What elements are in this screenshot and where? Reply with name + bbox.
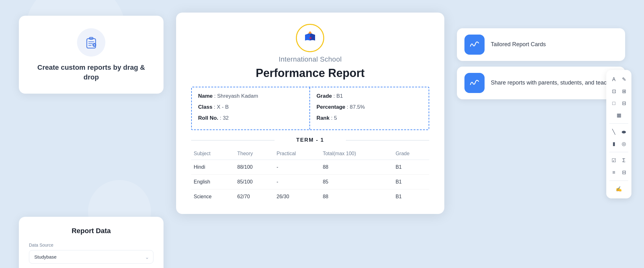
edit-tool[interactable]: ✎: [619, 74, 628, 84]
term-header: TERM - 1: [191, 137, 429, 143]
shape-tool[interactable]: ⬬: [619, 127, 628, 137]
image-tool[interactable]: ⊡: [609, 86, 618, 96]
table-cell: 88: [320, 160, 393, 174]
student-name-row: Name : Shreyash Kadam: [198, 92, 303, 100]
table-cell: 62/70: [235, 189, 274, 204]
toolbar-row-9: ✍: [609, 184, 628, 194]
percentage-value: : 87.5%: [347, 104, 365, 110]
data-source-select-wrapper: Studybase EduBase SchoolDB ⌄: [29, 250, 153, 264]
toolbar-row-5: ╲ ⬬: [609, 127, 628, 137]
rank-value: : 5: [331, 115, 337, 121]
toolbar-row-6: ▮ ◎: [609, 139, 628, 149]
class-label: Class: [198, 104, 212, 110]
square-tool[interactable]: □: [609, 98, 618, 108]
grade-row: Grade : B1: [316, 92, 422, 100]
text-tool[interactable]: A: [609, 74, 618, 84]
chart-wave-icon: [469, 39, 480, 50]
table-cell: -: [274, 174, 320, 189]
table-cell: B1: [393, 189, 429, 204]
grid-tool[interactable]: ⊟: [619, 98, 628, 108]
table-cell: 85/100: [235, 174, 274, 189]
data-source-label: Data Source: [29, 243, 153, 248]
toolbar-row-1: A ✎: [609, 74, 628, 84]
table-row: English85/100-85B1: [191, 174, 429, 189]
toolbar-divider-3: [609, 180, 628, 181]
donut-chart-tool[interactable]: ◎: [619, 139, 628, 149]
table-cell: English: [191, 174, 235, 189]
print-tool[interactable]: ⊟: [619, 167, 628, 177]
checkbox-tool[interactable]: ☑: [609, 155, 618, 165]
tailored-feature-text: Tailored Report Cards: [491, 41, 546, 48]
table-cell: 26/30: [274, 189, 320, 204]
student-info-grid: Name : Shreyash Kadam Class : X - B Roll…: [191, 87, 429, 130]
center-report: International School Performance Report …: [176, 13, 444, 214]
roll-label: Roll No.: [198, 115, 218, 121]
clipboard-icon-wrap: [77, 28, 105, 57]
list-tool[interactable]: ≡: [609, 167, 618, 177]
feature-card-tailored: Tailored Report Cards: [457, 28, 625, 61]
table-row: Science62/7026/3088B1: [191, 189, 429, 204]
right-panels: Tailored Report Cards Share reports with…: [457, 28, 625, 99]
share-icon-btn[interactable]: [464, 73, 485, 93]
data-source-select[interactable]: Studybase EduBase SchoolDB: [29, 250, 153, 264]
table-cell: Science: [191, 189, 235, 204]
rank-row: Rank : 5: [316, 114, 422, 122]
name-value: : Shreyash Kadam: [214, 93, 258, 99]
toolbar-row-2: ⊡ ⊞: [609, 86, 628, 96]
table-cell: B1: [393, 174, 429, 189]
toolbar-row-7: ☑ Σ: [609, 155, 628, 165]
student-roll-row: Roll No. : 32: [198, 114, 303, 122]
student-info-left: Name : Shreyash Kadam Class : X - B Roll…: [192, 87, 310, 129]
table-header-row: Subject Theory Practical Total(max 100) …: [191, 148, 429, 160]
feature-card-share: Share reports with parents, students, an…: [457, 67, 625, 99]
school-logo-svg: [301, 29, 319, 47]
signature-tool[interactable]: ✍: [614, 184, 624, 194]
data-source-group: Data Source Studybase EduBase SchoolDB ⌄: [29, 243, 153, 264]
percentage-label: Percentage: [316, 104, 345, 110]
rank-label: Rank: [316, 115, 330, 121]
drag-drop-text: Create custom reports by drag & drop: [30, 63, 152, 82]
promo-card: Create custom reports by drag & drop: [19, 16, 164, 94]
school-logo: International School: [191, 24, 429, 63]
col-practical: Practical: [274, 148, 320, 160]
table-cell: 85: [320, 174, 393, 189]
col-theory: Theory: [235, 148, 274, 160]
clipboard-report-icon: [84, 36, 98, 49]
name-label: Name: [198, 93, 213, 99]
toolbar: A ✎ ⊡ ⊞ □ ⊟ ▦ ╲ ⬬ ▮ ◎ ☑ Σ ≡ ⊟ ✍: [606, 70, 631, 198]
report-data-title: Report Data: [29, 227, 153, 235]
percentage-row: Percentage : 87.5%: [316, 103, 422, 111]
toolbar-divider-2: [609, 152, 628, 152]
share-feature-text: Share reports with parents, students, an…: [491, 79, 618, 87]
results-table: Subject Theory Practical Total(max 100) …: [191, 148, 429, 204]
col-grade: Grade: [393, 148, 429, 160]
col-total: Total(max 100): [320, 148, 393, 160]
col-subject: Subject: [191, 148, 235, 160]
student-info-right: Grade : B1 Percentage : 87.5% Rank : 5: [310, 87, 428, 129]
toolbar-row-3: □ ⊟: [609, 98, 628, 108]
barcode-tool[interactable]: ▦: [614, 110, 624, 120]
table-tool[interactable]: ⊞: [619, 86, 628, 96]
table-cell: -: [274, 160, 320, 174]
roll-value: : 32: [220, 115, 229, 121]
toolbar-row-8: ≡ ⊟: [609, 167, 628, 177]
school-name: International School: [279, 55, 341, 63]
results-tbody: Hindi88/100-88B1English85/100-85B1Scienc…: [191, 160, 429, 204]
school-logo-circle: [296, 24, 324, 52]
grade-value: : B1: [333, 93, 343, 99]
line-tool[interactable]: ╲: [609, 127, 618, 137]
toolbar-row-4: ▦: [609, 110, 628, 120]
table-row: Hindi88/100-88B1: [191, 160, 429, 174]
table-cell: 88: [320, 189, 393, 204]
share-wave-icon: [469, 78, 480, 88]
student-class-row: Class : X - B: [198, 103, 303, 111]
report-data-card: Report Data Data Source Studybase EduBas…: [19, 217, 164, 268]
tailored-icon-btn[interactable]: [464, 35, 485, 55]
class-value: : X - B: [214, 104, 229, 110]
bar-chart-tool[interactable]: ▮: [609, 139, 618, 149]
table-cell: Hindi: [191, 160, 235, 174]
toolbar-divider-1: [609, 123, 628, 123]
table-cell: 88/100: [235, 160, 274, 174]
sigma-tool[interactable]: Σ: [619, 155, 628, 165]
grade-label: Grade: [316, 93, 332, 99]
